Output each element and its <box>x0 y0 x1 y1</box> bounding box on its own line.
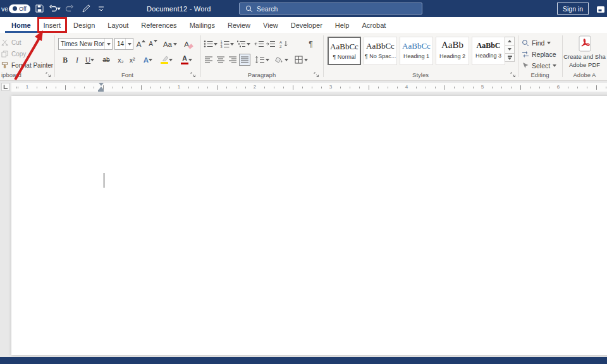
style-normal[interactable]: AaBbCc ¶ Normal <box>328 37 361 65</box>
pen-button[interactable] <box>80 0 92 17</box>
tab-design[interactable]: Design <box>67 17 101 33</box>
justify-button[interactable] <box>239 54 250 66</box>
caret-down-icon <box>304 59 308 61</box>
strikethrough-button[interactable]: ab <box>100 54 113 66</box>
document-page[interactable] <box>11 96 607 355</box>
shading-button[interactable] <box>274 54 289 66</box>
styles-scroll-up-button[interactable] <box>505 37 515 46</box>
horizontal-ruler[interactable]: 1 1 2 3 4 5 6 <box>11 83 607 92</box>
style-heading-3[interactable]: AaBbC Heading 3 <box>472 37 505 65</box>
sort-az-icon: AZ <box>279 40 289 48</box>
styles-more-button[interactable] <box>505 53 515 62</box>
styles-dialog-launcher[interactable] <box>509 71 517 78</box>
subscript-button[interactable]: x₂ <box>115 54 126 66</box>
style-heading-2[interactable]: AaBb Heading 2 <box>436 37 469 65</box>
tab-review[interactable]: Review <box>221 17 257 33</box>
dialog-launcher-icon <box>510 72 516 78</box>
grow-font-button[interactable]: A <box>135 38 147 50</box>
tab-layout[interactable]: Layout <box>101 17 135 33</box>
borders-button[interactable] <box>293 54 309 66</box>
tab-developer[interactable]: Developer <box>285 17 329 33</box>
strikethrough-label: ab <box>102 56 109 63</box>
save-icon <box>35 4 44 13</box>
window-control-icon[interactable] <box>596 4 605 16</box>
align-right-button[interactable] <box>227 54 238 66</box>
replace-button[interactable]: Replace <box>522 49 556 59</box>
numbering-button[interactable]: 123 <box>219 38 235 50</box>
sort-button[interactable]: AZ <box>278 38 290 50</box>
status-bar <box>0 357 607 364</box>
tab-mailings[interactable]: Mailings <box>183 17 221 33</box>
text-effects-button[interactable]: A <box>141 54 155 66</box>
select-label: Select <box>532 62 550 70</box>
change-case-button[interactable]: Aa <box>162 38 178 50</box>
caret-down-icon <box>547 42 551 44</box>
text-effects-label: A <box>144 56 149 64</box>
dialog-launcher-icon <box>190 72 196 78</box>
align-left-button[interactable] <box>203 54 214 66</box>
line-spacing-button[interactable] <box>254 54 269 66</box>
style-name: ¶ No Spac... <box>364 53 396 59</box>
title-bar: ve Off <box>0 0 607 17</box>
autosave-toggle[interactable]: Off <box>9 4 30 13</box>
sign-in-button[interactable]: Sign in <box>557 3 589 15</box>
caret-up-icon <box>508 40 512 42</box>
copy-button[interactable]: Copy <box>1 48 26 59</box>
format-painter-button[interactable]: Format Painter <box>1 59 53 71</box>
cut-button[interactable]: Cut <box>1 37 21 48</box>
tab-view[interactable]: View <box>257 17 285 33</box>
style-no-spacing[interactable]: AaBbCc ¶ No Spac... <box>364 37 397 65</box>
tab-acrobat[interactable]: Acrobat <box>355 17 392 33</box>
caret-down-icon <box>285 59 288 61</box>
clear-formatting-button[interactable]: A <box>183 38 194 50</box>
bullets-button[interactable] <box>203 38 218 50</box>
left-indent-marker[interactable] <box>98 90 104 92</box>
clipboard-dialog-launcher[interactable] <box>44 71 52 78</box>
align-center-button[interactable] <box>215 54 226 66</box>
bold-button[interactable]: B <box>59 54 71 66</box>
svg-text:A: A <box>279 40 282 44</box>
tab-selector-button[interactable] <box>1 83 9 91</box>
font-dialog-launcher[interactable] <box>189 71 197 78</box>
show-hide-marks-button[interactable]: ¶ <box>305 38 316 50</box>
search-box[interactable]: Search <box>239 3 422 15</box>
chevron-line-icon <box>98 6 104 12</box>
tab-insert[interactable]: Insert <box>37 17 68 33</box>
font-size-combobox[interactable]: 14 <box>114 38 133 50</box>
redo-button[interactable] <box>63 0 76 17</box>
italic-button[interactable]: I <box>71 54 83 66</box>
increase-indent-button[interactable] <box>265 38 276 50</box>
replace-label: Replace <box>532 51 556 58</box>
first-line-indent-marker[interactable] <box>99 83 104 86</box>
toggle-knob-icon <box>13 6 17 11</box>
text-highlight-button[interactable] <box>159 54 174 66</box>
create-adobe-pdf-button[interactable]: Create and Sha Adobe PDF <box>563 35 606 75</box>
superscript-button[interactable]: x² <box>126 54 138 66</box>
tab-references[interactable]: References <box>135 17 183 33</box>
select-button[interactable]: Select <box>522 60 556 71</box>
style-preview: AaBbC <box>472 42 505 49</box>
tab-help[interactable]: Help <box>329 17 356 33</box>
paragraph-dialog-launcher[interactable] <box>312 71 320 78</box>
multilevel-list-button[interactable] <box>236 38 251 50</box>
text-cursor <box>104 173 104 188</box>
find-button[interactable]: Find <box>522 37 551 48</box>
font-name-value: Times New Roma <box>59 40 104 47</box>
font-name-combobox[interactable]: Times New Roma <box>58 38 113 50</box>
shrink-font-button[interactable]: A <box>147 38 159 50</box>
change-case-label: Aa <box>163 40 172 48</box>
decrease-indent-button[interactable] <box>254 38 264 50</box>
style-name: Heading 2 <box>436 53 469 59</box>
style-heading-1[interactable]: AaBbCc Heading 1 <box>400 37 433 65</box>
undo-dropdown[interactable] <box>57 0 61 17</box>
save-button[interactable] <box>33 0 46 17</box>
style-name: Heading 1 <box>400 53 432 59</box>
customize-quick-access-button[interactable] <box>95 0 107 17</box>
tab-home[interactable]: Home <box>5 17 37 33</box>
underline-button[interactable]: U <box>83 54 97 66</box>
chevron-down-icon <box>125 39 133 49</box>
styles-scroll-down-button[interactable] <box>505 45 515 54</box>
font-color-bar <box>181 63 188 64</box>
ruler-number: 6 <box>556 84 561 90</box>
font-color-button[interactable]: A <box>179 54 194 66</box>
